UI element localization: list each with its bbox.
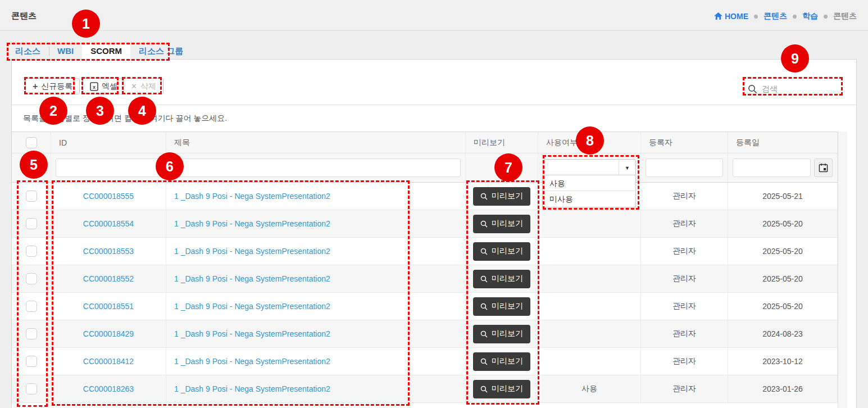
grid-filter-row: ▼ [12, 153, 838, 183]
title-filter-input[interactable] [171, 158, 461, 177]
content-grid: ID 제목 미리보기 사용여부 등록자 등록일 [12, 132, 838, 403]
search-input[interactable] [762, 84, 835, 93]
row-cell-use-status [538, 265, 641, 292]
row-title-link[interactable]: 1 _Dash 9 Posi - Nega SystemPresentation… [166, 293, 466, 320]
tab-resource-group[interactable]: 리소스 그룹 [130, 43, 192, 60]
row-cell-checkbox [12, 293, 51, 320]
dropdown-option-use[interactable]: 사용 [543, 175, 635, 191]
table-row: CC000018552 1 _Dash 9 Posi - Nega System… [12, 265, 838, 293]
row-cell-reg-date: 2023-01-26 [728, 375, 838, 402]
row-title-link[interactable]: 1 _Dash 9 Posi - Nega SystemPresentation… [166, 348, 466, 375]
row-id-link[interactable]: CC000018554 [51, 210, 166, 237]
preview-button-label: 미리보기 [492, 246, 523, 256]
table-row: CC000018412 1 _Dash 9 Posi - Nega System… [12, 348, 838, 375]
breadcrumb: HOME 콘텐츠 학습 콘텐츠 [714, 11, 857, 21]
row-checkbox[interactable] [26, 246, 37, 257]
row-title-link[interactable]: 1 _Dash 9 Posi - Nega SystemPresentation… [166, 183, 466, 210]
magnifier-icon [480, 330, 488, 338]
new-register-button[interactable]: + 신규등록 [25, 78, 80, 94]
tab-scorm[interactable]: SCORM [82, 43, 130, 60]
row-cell-registrant: 관리자 [641, 265, 728, 292]
delete-button[interactable]: ✕ 삭제 [124, 78, 163, 94]
filter-cell-registrant [641, 153, 728, 182]
use-status-dropdown-popup: 사용 미사용 [542, 175, 636, 207]
preview-button[interactable]: 미리보기 [473, 187, 530, 206]
content-admin-page: 콘텐츠 HOME 콘텐츠 학습 콘텐츠 리소스 WBI SCORM 리소스 그룹… [0, 0, 868, 408]
grid-vertical-scrollbar[interactable] [838, 132, 847, 408]
breadcrumb-item-contents[interactable]: 콘텐츠 [764, 11, 787, 21]
row-checkbox[interactable] [26, 328, 37, 339]
row-checkbox[interactable] [26, 383, 37, 395]
row-id-link[interactable]: CC000018263 [51, 375, 166, 402]
preview-button-label: 미리보기 [492, 274, 523, 284]
preview-button[interactable]: 미리보기 [473, 380, 530, 398]
row-title-link[interactable]: 1 _Dash 9 Posi - Nega SystemPresentation… [166, 320, 466, 347]
tab-wbi[interactable]: WBI [49, 43, 82, 60]
row-id-link[interactable]: CC000018552 [51, 265, 166, 292]
svg-text:x: x [93, 84, 96, 89]
row-checkbox[interactable] [26, 191, 37, 202]
row-id-link[interactable]: CC000018551 [51, 293, 166, 320]
row-cell-use-status [538, 293, 641, 320]
row-cell-use-status [538, 320, 641, 347]
tab-resource[interactable]: 리소스 [7, 43, 49, 60]
row-title-link[interactable]: 1 _Dash 9 Posi - Nega SystemPresentation… [166, 265, 466, 292]
breadcrumb-separator-dot [754, 15, 758, 19]
row-cell-use-status [538, 210, 641, 237]
magnifier-icon [480, 275, 488, 283]
preview-button[interactable]: 미리보기 [473, 297, 530, 316]
use-status-filter-dropdown[interactable]: ▼ [543, 159, 636, 177]
preview-button-label: 미리보기 [492, 384, 523, 394]
content-type-tabs: 리소스 WBI SCORM 리소스 그룹 [7, 43, 192, 60]
header-cell-use-status[interactable]: 사용여부 [538, 132, 641, 153]
row-cell-preview: 미리보기 [466, 238, 538, 265]
preview-button[interactable]: 미리보기 [473, 270, 530, 288]
header-cell-reg-date[interactable]: 등록일 [728, 132, 838, 153]
header-cell-registrant[interactable]: 등록자 [641, 132, 728, 153]
delete-label: 삭제 [140, 81, 156, 92]
header-cell-id[interactable]: ID [51, 132, 166, 153]
date-picker-button[interactable] [814, 158, 833, 177]
row-checkbox[interactable] [26, 301, 37, 312]
row-title-link[interactable]: 1 _Dash 9 Posi - Nega SystemPresentation… [166, 375, 466, 402]
excel-file-icon: x [90, 82, 98, 91]
row-checkbox[interactable] [26, 273, 37, 284]
breadcrumb-item-learning[interactable]: 학습 [802, 11, 818, 21]
grid-toolbar: + 신규등록 x 엑셀 ✕ 삭제 [12, 60, 856, 105]
preview-button-label: 미리보기 [492, 301, 523, 311]
grid-header-row: ID 제목 미리보기 사용여부 등록자 등록일 [12, 132, 838, 153]
row-cell-reg-date: 2025-05-20 [728, 210, 838, 237]
row-id-link[interactable]: CC000018555 [51, 183, 166, 210]
registrant-filter-input[interactable] [646, 158, 723, 177]
row-checkbox[interactable] [26, 218, 37, 229]
search-icon [748, 84, 757, 94]
reg-date-filter-input[interactable] [733, 158, 811, 177]
table-row: CC000018429 1 _Dash 9 Posi - Nega System… [12, 320, 838, 348]
breadcrumb-home-link[interactable]: HOME [714, 12, 748, 21]
row-title-link[interactable]: 1 _Dash 9 Posi - Nega SystemPresentation… [166, 210, 466, 237]
excel-label: 엑셀 [102, 81, 117, 92]
preview-button[interactable]: 미리보기 [473, 352, 530, 371]
select-all-checkbox[interactable] [26, 137, 37, 148]
header-cell-title[interactable]: 제목 [166, 132, 466, 153]
table-row: CC000018263 1 _Dash 9 Posi - Nega System… [12, 375, 838, 403]
row-cell-reg-date: 2023-10-12 [728, 348, 838, 375]
preview-button[interactable]: 미리보기 [473, 242, 530, 261]
row-id-link[interactable]: CC000018429 [51, 320, 166, 347]
preview-button[interactable]: 미리보기 [473, 325, 530, 343]
row-id-link[interactable]: CC000018553 [51, 238, 166, 265]
delete-x-icon: ✕ [131, 83, 137, 90]
header-cell-preview[interactable]: 미리보기 [466, 132, 538, 153]
preview-button-label: 미리보기 [492, 356, 523, 366]
row-title-link[interactable]: 1 _Dash 9 Posi - Nega SystemPresentation… [166, 238, 466, 265]
excel-export-button[interactable]: x 엑셀 [83, 78, 125, 94]
dropdown-option-unuse[interactable]: 미사용 [543, 191, 635, 207]
preview-button[interactable]: 미리보기 [473, 215, 530, 233]
row-checkbox[interactable] [26, 356, 37, 367]
row-cell-use-status: 사용 [538, 375, 641, 402]
row-cell-registrant: 관리자 [641, 238, 728, 265]
id-filter-input[interactable] [56, 158, 161, 177]
row-cell-preview: 미리보기 [466, 320, 538, 347]
row-id-link[interactable]: CC000018412 [51, 348, 166, 375]
group-drop-zone[interactable]: 목록을 그룹별로 정렬하려면 컬럼을 여기다 끌어 놓으세요. [12, 105, 856, 132]
